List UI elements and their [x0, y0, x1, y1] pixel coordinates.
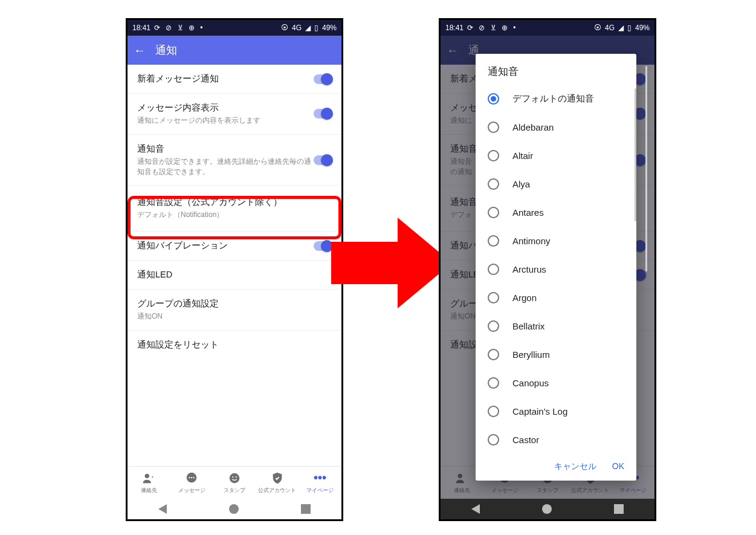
sound-option[interactable]: Captain's Log	[484, 397, 633, 426]
nav-home-icon[interactable]	[542, 504, 552, 514]
option-label: Antares	[512, 207, 544, 218]
option-label: Arcturus	[512, 264, 546, 274]
sound-option[interactable]: Altair	[484, 141, 633, 170]
row-title: メッセージ内容表示	[137, 102, 314, 114]
nav-messages[interactable]: メッセージ	[170, 467, 213, 499]
row-vibration[interactable]: 通知バイブレーション	[128, 232, 341, 261]
sound-option[interactable]: Castor	[484, 426, 633, 454]
radio-icon[interactable]	[488, 349, 499, 360]
radio-icon[interactable]	[488, 292, 499, 303]
battery-icon: ▯	[314, 24, 318, 32]
toggle-switch[interactable]	[314, 155, 332, 165]
row-title: 通知音	[137, 143, 314, 155]
svg-point-3	[191, 476, 192, 478]
row-title: 通知バイブレーション	[137, 240, 314, 251]
radio-icon[interactable]	[488, 434, 499, 446]
cancel-button[interactable]: キャンセル	[554, 461, 596, 472]
radio-icon[interactable]	[488, 264, 499, 275]
nav-label: メッセージ	[178, 487, 205, 494]
more-icon: •••	[314, 472, 327, 485]
phone-screenshot-left: 18:41 ⟳ ⊘ ⊻ ⊕ • ⦿ 4G ◢ ▯ 49% ← 通知 新着メッセー…	[126, 18, 343, 521]
status-icons-left: ⟳ ⊘ ⊻ ⊕ •	[154, 24, 205, 32]
radio-icon[interactable]	[488, 178, 499, 190]
sound-option[interactable]: Beryllium	[484, 340, 633, 369]
sound-option[interactable]: Antares	[484, 198, 633, 227]
nav-recent-icon[interactable]	[614, 504, 624, 514]
official-icon	[271, 472, 284, 485]
nav-back-icon[interactable]	[471, 504, 480, 514]
dialog-title: 通知音	[476, 54, 636, 85]
arrow-annotation	[331, 218, 452, 308]
row-reset[interactable]: 通知設定をリセット	[128, 331, 341, 359]
phone-screenshot-right: 18:41 ⟳ ⊘ ⊻ ⊕ • ⦿ 4G ◢ ▯ 49% ← 通 新着メ メッセ…	[439, 18, 656, 521]
back-icon[interactable]: ←	[134, 44, 146, 57]
svg-point-4	[193, 476, 195, 478]
row-led[interactable]: 通知LED	[128, 261, 341, 290]
sound-option[interactable]: Arcturus	[484, 255, 633, 284]
nav-home-icon[interactable]	[229, 504, 239, 514]
row-title: 通知音設定（公式アカウント除く）	[137, 196, 332, 208]
radio-icon[interactable]	[488, 207, 499, 218]
nav-recent-icon[interactable]	[301, 504, 311, 514]
toggle-switch[interactable]	[314, 109, 332, 118]
nav-official[interactable]: 公式アカウント	[256, 467, 299, 499]
option-label: Beryllium	[512, 349, 550, 360]
signal-icon: ◢	[618, 24, 624, 32]
app-bar: ← 通知	[128, 36, 341, 65]
row-sound-setting[interactable]: 通知音設定（公式アカウント除く） デフォルト（Notification）	[128, 186, 341, 232]
radio-icon[interactable]	[488, 150, 499, 161]
option-label: Bellatrix	[512, 321, 544, 331]
sound-option[interactable]: Antimony	[484, 227, 633, 255]
sound-option[interactable]: デフォルトの通知音	[484, 85, 633, 113]
nav-contacts[interactable]: 連絡先	[128, 467, 170, 499]
toggle-switch[interactable]	[314, 241, 332, 251]
status-time: 18:41	[445, 24, 464, 32]
option-label: Alya	[512, 179, 530, 189]
svg-point-5	[230, 473, 240, 483]
sound-option[interactable]: Bellatrix	[484, 312, 633, 340]
radio-icon[interactable]	[488, 320, 499, 332]
nav-label: 連絡先	[141, 487, 157, 494]
sound-picker-dialog: 通知音 デフォルトの通知音 Aldebaran Altair Alya Anta…	[476, 54, 636, 481]
sound-option[interactable]: Canopus	[484, 369, 633, 397]
radio-icon[interactable]	[488, 235, 499, 247]
svg-point-0	[145, 473, 149, 478]
option-label: Antimony	[512, 236, 551, 246]
sound-option[interactable]: Aldebaran	[484, 113, 633, 141]
status-battery: 49%	[322, 24, 337, 32]
sound-option[interactable]: Alya	[484, 170, 633, 198]
option-label: デフォルトの通知音	[512, 93, 594, 105]
stamps-icon	[228, 472, 241, 485]
row-group-notify[interactable]: グループの通知設定 通知ON	[128, 290, 341, 331]
nav-mypage[interactable]: ••• マイページ	[299, 467, 341, 499]
battery-icon: ▯	[627, 24, 632, 32]
ok-button[interactable]: OK	[612, 461, 624, 472]
bottom-nav: 連絡先 メッセージ スタンプ 公式アカウント ••• マイページ	[128, 466, 341, 499]
contacts-icon	[142, 472, 155, 485]
radio-icon[interactable]	[488, 406, 499, 417]
radio-icon[interactable]	[488, 122, 499, 133]
option-label: Canopus	[512, 378, 549, 388]
vibrate-icon: ⦿	[594, 24, 601, 32]
svg-point-2	[189, 476, 190, 478]
radio-icon[interactable]	[488, 377, 499, 389]
row-sound[interactable]: 通知音 通知音が設定できます。連絡先詳細から連絡先毎の通知音も設定できます。	[128, 135, 341, 186]
signal-icon: ◢	[305, 24, 311, 32]
scrollbar-track[interactable]	[645, 66, 647, 271]
row-message-content[interactable]: メッセージ内容表示 通知にメッセージの内容を表示します	[128, 94, 341, 135]
row-new-message-notify[interactable]: 新着メッセージ通知	[128, 65, 341, 94]
nav-stamps[interactable]: スタンプ	[213, 467, 256, 499]
android-nav-bar	[128, 499, 341, 519]
sound-option[interactable]: Argon	[484, 284, 633, 312]
row-title: 通知LED	[137, 269, 332, 280]
status-bar: 18:41 ⟳ ⊘ ⊻ ⊕ • ⦿ 4G ◢ ▯ 49%	[441, 20, 654, 36]
nav-back-icon[interactable]	[158, 504, 167, 514]
dialog-options[interactable]: デフォルトの通知音 Aldebaran Altair Alya Antares …	[476, 85, 636, 454]
radio-checked-icon[interactable]	[488, 93, 499, 105]
nav-label: マイページ	[306, 487, 334, 494]
svg-point-6	[232, 476, 233, 478]
settings-list: 新着メッセージ通知 メッセージ内容表示 通知にメッセージの内容を表示します 通知…	[128, 65, 341, 359]
row-title: 新着メッセージ通知	[137, 73, 314, 85]
toggle-switch[interactable]	[314, 74, 332, 84]
status-bar: 18:41 ⟳ ⊘ ⊻ ⊕ • ⦿ 4G ◢ ▯ 49%	[128, 20, 341, 36]
